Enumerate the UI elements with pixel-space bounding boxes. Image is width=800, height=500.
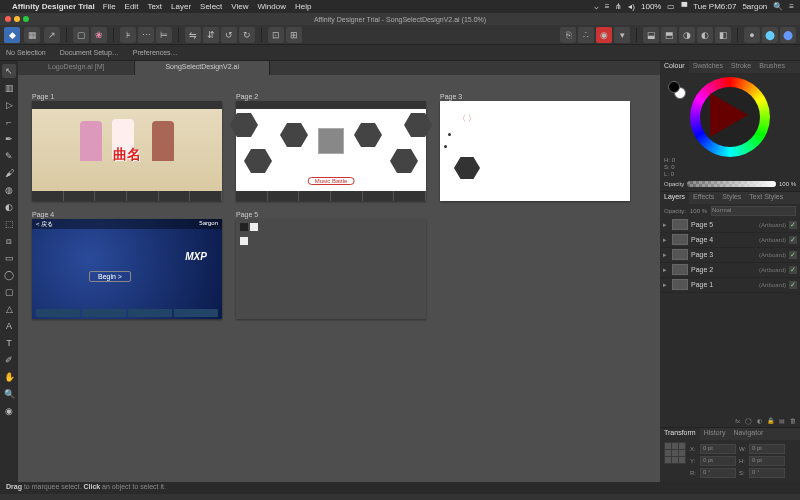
menu-select[interactable]: Select	[200, 2, 222, 11]
shape-ellipse-tool[interactable]: ◯	[2, 268, 16, 282]
flag-icon[interactable]: ▀	[681, 2, 687, 11]
layer-delete-icon[interactable]: 🗑	[790, 418, 796, 424]
menu-edit[interactable]: Edit	[125, 2, 139, 11]
tab-history[interactable]: History	[700, 428, 730, 440]
artboard-page-4[interactable]: Page 4 < 戻る5argon Begin > MXP	[32, 211, 222, 319]
eyedropper-tool[interactable]: ✐	[2, 353, 16, 367]
arrange-back-button[interactable]: ▢	[73, 27, 89, 43]
battery-pct[interactable]: 100%	[641, 2, 661, 11]
chevron-right-icon[interactable]: ▸	[663, 251, 669, 259]
layer-row[interactable]: ▸Page 2(Artboard)✓	[660, 263, 800, 278]
snap-button[interactable]: ⊡	[268, 27, 284, 43]
align-right-button[interactable]: ⊨	[156, 27, 172, 43]
add-ops-button[interactable]: ∴	[578, 27, 594, 43]
window-close-button[interactable]	[5, 16, 11, 22]
insert-target-button[interactable]: ⎘	[560, 27, 576, 43]
layer-opacity-value[interactable]: 100 %	[690, 208, 707, 214]
rotate-ccw-button[interactable]: ↺	[221, 27, 237, 43]
lock-button[interactable]: ⊞	[286, 27, 302, 43]
boolean-subtract-button[interactable]: ⬒	[661, 27, 677, 43]
sync-icon[interactable]: ⬤	[762, 27, 778, 43]
window-zoom-button[interactable]	[23, 16, 29, 22]
place-tool[interactable]: ⬚	[2, 217, 16, 231]
menu-text[interactable]: Text	[147, 2, 162, 11]
layer-lock-icon[interactable]: 🔒	[767, 417, 774, 424]
layer-row[interactable]: ▸Page 3(Artboard)✓	[660, 248, 800, 263]
pencil-tool[interactable]: ✎	[2, 149, 16, 163]
menu-window[interactable]: Window	[258, 2, 286, 11]
align-center-button[interactable]: ⋯	[138, 27, 154, 43]
tab-brushes[interactable]: Brushes	[755, 61, 789, 73]
visibility-checkbox[interactable]: ✓	[789, 281, 797, 289]
tab-textstyles[interactable]: Text Styles	[745, 192, 787, 204]
node-tool[interactable]: ▷	[2, 98, 16, 112]
dropbox-icon[interactable]: ⌵	[594, 2, 599, 11]
tab-transform[interactable]: Transform	[660, 428, 700, 440]
persona-export-button[interactable]: ↗	[44, 27, 60, 43]
snapping-menu-button[interactable]: ▾	[614, 27, 630, 43]
y-input[interactable]: 0 pt	[700, 456, 736, 466]
volume-icon[interactable]: ◂)	[628, 2, 635, 11]
menu-extra-icon[interactable]: ≡	[605, 2, 610, 11]
account-icon[interactable]: ●	[744, 27, 760, 43]
layer-row[interactable]: ▸Page 4(Artboard)✓	[660, 233, 800, 248]
menu-file[interactable]: File	[103, 2, 116, 11]
fill-stroke-swatches[interactable]	[668, 81, 686, 99]
layer-add-icon[interactable]: ▤	[779, 417, 785, 424]
document-setup-button[interactable]: Document Setup…	[60, 49, 119, 56]
window-minimise-button[interactable]	[14, 16, 20, 22]
chevron-right-icon[interactable]: ▸	[663, 281, 669, 289]
persona-pixel-button[interactable]: ▦	[24, 27, 40, 43]
clock[interactable]: Tue PM6:07	[693, 2, 736, 11]
battery-icon[interactable]: ▭	[667, 2, 675, 11]
menu-help[interactable]: Help	[295, 2, 311, 11]
rotate-cw-button[interactable]: ↻	[239, 27, 255, 43]
artboard-page-1[interactable]: Page 1 曲名	[32, 93, 222, 201]
shape-rect-tool[interactable]: ▭	[2, 251, 16, 265]
tab-swatches[interactable]: Swatches	[689, 61, 727, 73]
opacity-slider[interactable]	[687, 181, 776, 187]
move-tool[interactable]: ↖	[2, 64, 16, 78]
wifi-icon[interactable]: ⋔	[615, 2, 622, 11]
tab-styles[interactable]: Styles	[718, 192, 745, 204]
artboard-page-3[interactable]: Page 3 〈 〉	[440, 93, 630, 201]
menu-icon[interactable]: ≡	[789, 2, 794, 11]
artboard-page-5[interactable]: Page 5	[236, 211, 426, 319]
pen-tool[interactable]: ✒	[2, 132, 16, 146]
colour-wheel[interactable]	[690, 77, 770, 157]
search-icon[interactable]: 🔍	[773, 2, 783, 11]
text-artistic-tool[interactable]: A	[2, 319, 16, 333]
fill-swatch[interactable]	[668, 81, 680, 93]
visibility-checkbox[interactable]: ✓	[789, 236, 797, 244]
fill-tool[interactable]: ◍	[2, 183, 16, 197]
menu-layer[interactable]: Layer	[171, 2, 191, 11]
layer-fx-icon[interactable]: fx	[735, 418, 740, 424]
boolean-intersect-button[interactable]: ◑	[679, 27, 695, 43]
zoom-tool[interactable]: 🔍	[2, 387, 16, 401]
layer-adjust-icon[interactable]: ◐	[757, 417, 762, 424]
shape-triangle-tool[interactable]: △	[2, 302, 16, 316]
tab-stroke[interactable]: Stroke	[727, 61, 755, 73]
layers-list[interactable]: ▸Page 5(Artboard)✓ ▸Page 4(Artboard)✓ ▸P…	[660, 218, 800, 414]
transparency-tool[interactable]: ◐	[2, 200, 16, 214]
tab-navigator[interactable]: Navigator	[729, 428, 767, 440]
visibility-checkbox[interactable]: ✓	[789, 266, 797, 274]
chevron-right-icon[interactable]: ▸	[663, 236, 669, 244]
layer-mask-icon[interactable]: ◯	[745, 417, 752, 424]
tab-colour[interactable]: Colour	[660, 61, 689, 73]
align-left-button[interactable]: ⊧	[120, 27, 136, 43]
app-name[interactable]: Affinity Designer Trial	[12, 2, 95, 11]
flip-v-button[interactable]: ⇵	[203, 27, 219, 43]
boolean-add-button[interactable]: ⬓	[643, 27, 659, 43]
flip-h-button[interactable]: ⇋	[185, 27, 201, 43]
store-icon[interactable]: ⬤	[780, 27, 796, 43]
layer-row[interactable]: ▸Page 1(Artboard)✓	[660, 278, 800, 293]
snapping-button[interactable]: ◉	[596, 27, 612, 43]
blend-mode-select[interactable]: Normal	[711, 206, 796, 216]
tab-effects[interactable]: Effects	[689, 192, 718, 204]
boolean-xor-button[interactable]: ◐	[697, 27, 713, 43]
artboard-page-2[interactable]: Page 2 Music Battle	[236, 93, 426, 201]
text-frame-tool[interactable]: T	[2, 336, 16, 350]
shape-rounded-tool[interactable]: ▢	[2, 285, 16, 299]
tab-layers[interactable]: Layers	[660, 192, 689, 204]
